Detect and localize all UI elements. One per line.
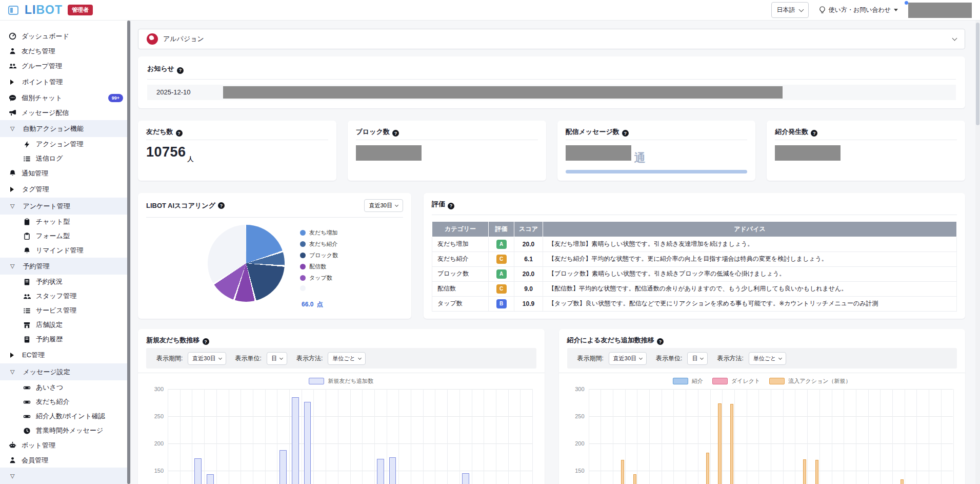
filter-select[interactable]: 直近30日 — [609, 352, 647, 365]
stat-value-redacted — [566, 145, 631, 161]
sidebar-item-予約状況[interactable]: 予約状況 — [0, 275, 130, 289]
clipboard-icon — [23, 233, 31, 240]
stat-label: 友だち数 — [146, 128, 173, 135]
stat-cards: 友だち数? 10756 人 ブロック数? 配信メッセージ数? 通 紹介発生数? — [138, 121, 965, 181]
help-icon[interactable]: ? — [392, 130, 399, 137]
new-friends-chart-card: 新規友だち数推移? 表示期間:直近30日表示単位:日表示方法:単位ごと 新規友だ… — [138, 329, 545, 484]
legend-item — [300, 285, 338, 291]
help-icon[interactable]: ? — [811, 130, 817, 137]
sidebar-item-タグ管理[interactable]: タグ管理 — [0, 181, 130, 198]
sidebar-item-通知管理[interactable]: 通知管理 — [0, 166, 130, 181]
filter-select[interactable]: 直近30日 — [188, 352, 226, 365]
notice-row[interactable]: 2025-12-10 — [147, 85, 956, 100]
sidebar-item-店舗設定[interactable]: 店舗設定 — [0, 318, 130, 332]
help-icon[interactable]: ? — [203, 338, 209, 345]
sidebar-item-メッセージ設定[interactable]: ▽メッセージ設定 — [0, 363, 130, 380]
sidebar-item-メッセージ配信[interactable]: メッセージ配信 — [0, 105, 130, 120]
workspace-selector[interactable]: アルパジョン — [138, 29, 965, 49]
sidebar-item-ボット管理[interactable]: ボット管理 — [0, 438, 130, 453]
help-icon[interactable]: ? — [448, 203, 454, 209]
filter-label: 表示単位: — [656, 354, 682, 363]
chevron-down-icon — [639, 356, 643, 359]
y-axis-tick: 150 — [146, 468, 164, 474]
stat-unit: 通 — [634, 150, 646, 166]
total-score: 66.0 点 — [300, 297, 323, 309]
sidebar-item-予約履歴[interactable]: 予約履歴 — [0, 332, 130, 346]
data-bar — [803, 459, 806, 484]
sidebar-item-グループ管理[interactable]: グループ管理 — [0, 59, 130, 73]
sidebar-toggle-icon[interactable] — [8, 6, 18, 15]
sidebar-item-友だち管理[interactable]: 友だち管理 — [0, 44, 130, 59]
language-selector[interactable]: 日本語 — [771, 2, 809, 18]
stat-card-blocks: ブロック数? — [348, 121, 546, 181]
y-axis-tick: 300 — [567, 386, 585, 392]
sidebar-item-紹介人数/ポイント確認[interactable]: 紹介人数/ポイント確認 — [0, 409, 130, 423]
chevron-down-icon — [798, 7, 804, 12]
sidebar-item-label: 紹介人数/ポイント確認 — [36, 412, 105, 421]
sidebar-item-label: 予約状況 — [36, 277, 63, 286]
help-icon[interactable]: ? — [657, 338, 664, 345]
robot-icon — [9, 441, 16, 449]
list-icon — [23, 307, 31, 315]
sidebar-item-ポイント管理[interactable]: ポイント管理 — [0, 73, 130, 90]
legend-item: タップ数 — [300, 274, 338, 282]
evaluation-table: カテゴリー評価スコアアドバイス 友だち増加A20.0【友だち増加】素晴らしい状態… — [432, 221, 957, 312]
sidebar-item-サービス管理[interactable]: サービス管理 — [0, 303, 130, 318]
table-row: 友だち増加A20.0【友だち増加】素晴らしい状態です。引き続き友達増加を続けまし… — [432, 237, 957, 251]
sidebar-item-スタッフ管理[interactable]: スタッフ管理 — [0, 289, 130, 303]
sidebar-item-営業時間外メッセージ[interactable]: 営業時間外メッセージ — [0, 423, 130, 438]
chat-icon — [9, 94, 16, 102]
data-bar — [462, 473, 469, 484]
sidebar-item-チャット型[interactable]: チャット型 — [0, 215, 130, 229]
caret-down-icon: ▽ — [10, 263, 14, 269]
main-content: アルパジョン お知らせ? 2025-12-10 友だち数? 10756 人 ブロ… — [131, 21, 980, 484]
sidebar-item-送信ログ[interactable]: 送信ログ — [0, 151, 130, 166]
grade-badge: B — [496, 299, 507, 308]
sidebar-item-フォーム型[interactable]: フォーム型 — [0, 229, 130, 243]
megaphone-icon — [9, 109, 16, 117]
sidebar-item-予約管理[interactable]: ▽予約管理 — [0, 258, 130, 275]
sidebar-item-あいさつ[interactable]: あいさつ — [0, 380, 130, 395]
help-icon[interactable]: ? — [176, 130, 183, 137]
help-link[interactable]: 使い方・お問い合わせ — [819, 6, 898, 14]
admin-badge: 管理者 — [68, 5, 93, 15]
filter-select[interactable]: 単位ごと — [749, 352, 787, 365]
pie-legend: 友だち増加友だち紹介ブロック数配信数タップ数 — [300, 229, 338, 295]
sidebar-item-ダッシュボード[interactable]: ダッシュボード — [0, 29, 130, 44]
stat-label: 紹介発生数 — [775, 128, 808, 135]
evaluation-card: 評価? カテゴリー評価スコアアドバイス 友だち増加A20.0【友だち増加】素晴ら… — [424, 193, 965, 319]
sidebar-item-partial[interactable]: ▽ — [0, 468, 130, 484]
language-label: 日本語 — [777, 6, 795, 14]
sidebar-item-アンケート管理[interactable]: ▽アンケート管理 — [0, 198, 130, 215]
sidebar-item-個別チャット[interactable]: 個別チャット99+ — [0, 90, 130, 105]
y-axis-tick: 150 — [567, 468, 585, 474]
filter-select[interactable]: 日 — [687, 352, 708, 365]
sidebar-item-EC管理[interactable]: EC管理 — [0, 346, 130, 363]
ai-scoring-card: LIBOT AIスコアリング? 直近30日 友だち増加友だち紹介ブロック数配信数… — [138, 193, 411, 319]
filter-select[interactable]: 日 — [267, 352, 287, 365]
filter-select[interactable]: 単位ごと — [328, 352, 366, 365]
user-account-redacted[interactable] — [908, 3, 972, 18]
stat-card-referrals: 紹介発生数? — [767, 121, 965, 181]
sidebar-item-自動アクション機能[interactable]: ▽自動アクション機能 — [0, 120, 130, 137]
sidebar-item-会員管理[interactable]: 会員管理 — [0, 453, 130, 468]
sidebar-scrollbar[interactable] — [127, 21, 130, 484]
sidebar-item-アクション管理[interactable]: アクション管理 — [0, 137, 130, 151]
page-scrollbar[interactable] — [975, 21, 980, 484]
phone-message-icon — [23, 398, 31, 406]
filter-label: 表示期間: — [156, 354, 183, 363]
sidebar-item-リマインド管理[interactable]: リマインド管理 — [0, 243, 130, 258]
people-icon — [9, 62, 16, 70]
help-icon[interactable]: ? — [218, 202, 225, 209]
stat-unit: 人 — [188, 155, 194, 164]
sidebar-item-友だち紹介[interactable]: 友だち紹介 — [0, 395, 130, 409]
caret-down-icon: ▽ — [10, 369, 14, 375]
help-label: 使い方・お問い合わせ — [829, 6, 891, 14]
book-icon — [23, 278, 31, 286]
period-select-button[interactable]: 直近30日 — [364, 199, 403, 212]
ai-scoring-title: LIBOT AIスコアリング — [146, 201, 215, 210]
caret-right-icon — [10, 187, 14, 192]
help-icon[interactable]: ? — [177, 67, 184, 74]
y-axis-tick: 250 — [567, 413, 585, 419]
help-icon[interactable]: ? — [622, 130, 629, 137]
